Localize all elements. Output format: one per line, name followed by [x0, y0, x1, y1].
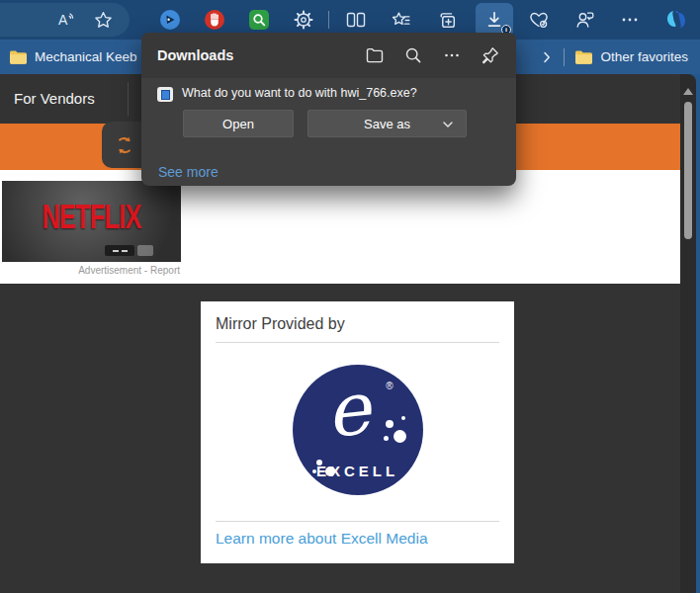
open-button[interactable]: Open	[183, 110, 294, 137]
media-extension-icon[interactable]	[158, 8, 182, 32]
content-white-section: NETFLIX Advertisement - Report	[0, 170, 680, 284]
toolbar-divider	[328, 11, 329, 29]
more-options-icon[interactable]	[618, 8, 642, 32]
downloads-more-options-icon[interactable]	[442, 45, 462, 65]
learn-more-link[interactable]: Learn more about Excell Media	[216, 530, 499, 548]
save-as-button[interactable]: Save as	[307, 110, 467, 137]
browser-window: A i	[0, 0, 700, 593]
downloads-panel-header: Downloads	[141, 33, 516, 78]
excell-logo: e ® EXCELL	[293, 365, 423, 495]
search-downloads-icon[interactable]	[403, 45, 423, 65]
read-aloud-letter: A	[58, 12, 68, 28]
content-dark-section: Mirror Provided by e ® EXCELL Learn more…	[0, 284, 680, 593]
profile-icon[interactable]	[573, 8, 597, 32]
ad-control-buttons[interactable]	[105, 245, 134, 256]
ad-caption[interactable]: Advertisement - Report	[0, 265, 180, 276]
address-bar[interactable]: A	[0, 3, 130, 37]
add-favorite-star-icon[interactable]	[93, 10, 114, 31]
bookmark-folder-label: Mechanical Keeb	[35, 49, 137, 64]
chevron-down-icon	[442, 120, 454, 129]
ad-player-controls[interactable]	[105, 245, 153, 256]
downloads-panel-title: Downloads	[157, 47, 365, 63]
save-as-label: Save as	[364, 117, 410, 131]
logo-dot	[386, 420, 394, 428]
excell-logo-name: EXCELL	[293, 463, 423, 479]
sync-arrows-icon	[112, 132, 137, 158]
bookmarks-divider	[564, 48, 565, 66]
registered-mark: ®	[386, 381, 393, 391]
logo-dot	[384, 436, 389, 441]
scrollbar-thumb[interactable]	[684, 102, 692, 239]
mirror-card: Mirror Provided by e ® EXCELL Learn more…	[201, 301, 514, 563]
favorites-icon[interactable]	[389, 8, 412, 32]
excell-logo-letter: e	[321, 365, 374, 454]
pin-panel-icon[interactable]	[481, 45, 500, 65]
bookmark-folder-mechanical-keeb[interactable]: Mechanical Keeb	[0, 49, 137, 65]
read-aloud-icon[interactable]: A	[55, 9, 77, 31]
scrollbar-up-arrow[interactable]	[683, 83, 693, 95]
other-favorites-folder[interactable]: Other favorites	[574, 49, 688, 65]
exe-file-icon	[157, 87, 173, 102]
bookmarks-overflow-chevron[interactable]	[540, 50, 554, 64]
search-extension-icon[interactable]	[247, 8, 271, 32]
logo-dot	[394, 430, 406, 443]
download-prompt: What do you want to do with hwi_766.exe?	[182, 86, 417, 100]
folder-icon	[9, 49, 28, 65]
folder-icon	[574, 49, 593, 65]
split-screen-icon[interactable]	[344, 8, 368, 32]
copilot-icon[interactable]	[663, 8, 687, 32]
see-more-link[interactable]: See more	[158, 164, 219, 180]
adblock-extension-icon[interactable]	[203, 8, 226, 32]
mirror-card-heading: Mirror Provided by	[216, 315, 499, 333]
browser-essentials-icon[interactable]	[527, 8, 551, 32]
page-scrollbar[interactable]	[680, 74, 696, 593]
netflix-logo: NETFLIX	[18, 196, 164, 236]
gear-extension-icon[interactable]	[292, 8, 315, 32]
card-divider-top	[216, 342, 499, 343]
collections-icon[interactable]	[435, 8, 459, 32]
logo-dot	[401, 416, 405, 420]
nav-tab-for-vendors[interactable]: For Vendors	[14, 74, 95, 124]
other-favorites-label: Other favorites	[600, 49, 688, 64]
downloads-button[interactable]: i	[476, 3, 513, 37]
ad-fullscreen-button[interactable]	[137, 245, 153, 256]
card-divider-bottom	[216, 521, 499, 522]
open-downloads-folder-icon[interactable]	[365, 45, 385, 65]
netflix-ad[interactable]: NETFLIX	[2, 181, 181, 262]
nav-tab-divider	[128, 82, 129, 116]
downloads-panel: Downloads What do you want to do with hw…	[141, 33, 516, 186]
